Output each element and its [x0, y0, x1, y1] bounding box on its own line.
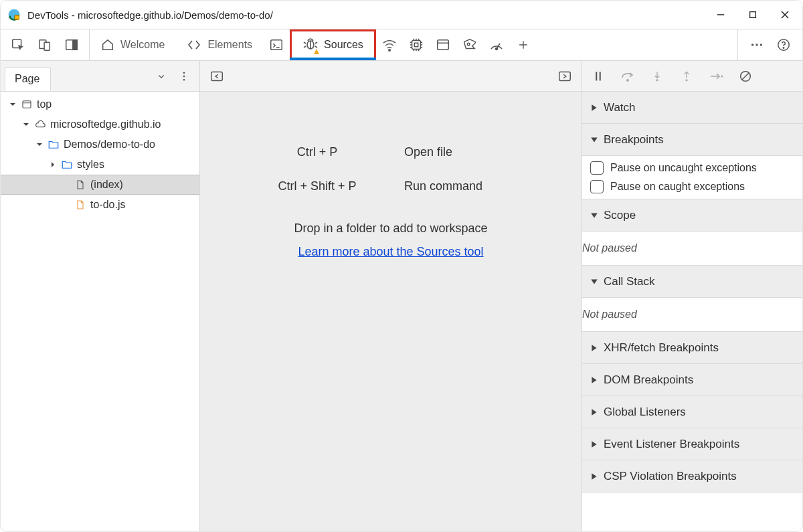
svg-point-48	[183, 78, 185, 80]
section-global[interactable]: Global Listeners	[582, 396, 802, 428]
navigator-more-icon[interactable]	[173, 60, 195, 92]
svg-rect-8	[44, 42, 50, 50]
step-over-button[interactable]	[614, 65, 641, 88]
section-event-listeners[interactable]: Event Listener Breakpoints	[582, 428, 802, 460]
step-out-button[interactable]	[673, 65, 700, 88]
tree-top[interactable]: top	[1, 94, 199, 114]
section-watch-label: Watch	[604, 101, 636, 114]
window-title: DevTools - microsoftedge.github.io/Demos…	[27, 9, 714, 21]
drop-workspace-text: Drop in a folder to add to workspace	[294, 221, 487, 236]
dock-side-icon[interactable]	[58, 29, 85, 61]
tab-console-icon[interactable]	[263, 29, 290, 61]
svg-line-15	[304, 46, 306, 48]
tab-security-icon[interactable]	[456, 29, 483, 61]
tab-application-icon[interactable]	[430, 29, 456, 61]
help-icon[interactable]	[770, 29, 797, 61]
svg-point-61	[721, 75, 723, 77]
hint-runcmd-key: Ctrl + Shift + P	[257, 179, 377, 193]
tab-network-icon[interactable]	[376, 29, 403, 61]
section-csp[interactable]: CSP Violation Breakpoints	[582, 460, 802, 493]
tree-path-label: Demos/demo-to-do	[64, 139, 155, 151]
hide-debugger-icon[interactable]	[555, 60, 575, 92]
tree-todo[interactable]: to-do.js	[1, 195, 199, 215]
inspect-element-icon[interactable]	[5, 29, 31, 61]
svg-rect-11	[271, 40, 282, 50]
section-watch[interactable]: Watch	[582, 92, 802, 124]
navigator-chevron-icon[interactable]	[150, 60, 173, 92]
tree-index[interactable]: (index)	[1, 175, 199, 195]
frame-icon	[21, 98, 33, 110]
deactivate-breakpoints-button[interactable]	[732, 65, 759, 88]
section-global-label: Global Listeners	[604, 406, 686, 419]
svg-line-16	[315, 42, 317, 43]
tree-top-label: top	[37, 98, 52, 110]
file-tree: top microsoftedge.github.io Demos/demo-t…	[1, 92, 199, 531]
section-event-listeners-label: Event Listener Breakpoints	[604, 438, 739, 451]
pause-button[interactable]	[585, 65, 612, 88]
tree-styles[interactable]: styles	[1, 155, 199, 175]
svg-point-55	[626, 79, 629, 82]
svg-rect-10	[73, 40, 77, 50]
section-scope[interactable]: Scope	[582, 199, 802, 232]
svg-line-14	[304, 42, 306, 43]
svg-point-57	[656, 79, 658, 81]
device-emulation-icon[interactable]	[31, 29, 58, 61]
more-options-icon[interactable]	[743, 29, 770, 61]
hint-openfile-action: Open file	[404, 145, 525, 159]
section-xhr[interactable]: XHR/fetch Breakpoints	[582, 332, 802, 364]
navigator-page-tab[interactable]: Page	[5, 67, 51, 91]
step-button[interactable]	[703, 65, 729, 88]
step-into-button[interactable]	[644, 65, 671, 88]
hide-navigator-icon[interactable]	[207, 60, 227, 92]
section-dom-label: DOM Breakpoints	[604, 373, 693, 387]
svg-point-41	[751, 43, 753, 46]
svg-rect-52	[559, 72, 571, 80]
tab-elements[interactable]: Elements	[175, 29, 263, 60]
svg-line-17	[315, 46, 317, 48]
tab-performance-icon[interactable]	[483, 29, 510, 61]
section-scope-label: Scope	[604, 209, 636, 222]
section-breakpoints[interactable]: Breakpoints	[582, 124, 802, 156]
maximize-button[interactable]	[746, 8, 760, 21]
tree-path[interactable]: Demos/demo-to-do	[1, 135, 199, 155]
close-button[interactable]	[778, 8, 792, 21]
section-csp-label: CSP Violation Breakpoints	[604, 470, 737, 483]
svg-point-59	[685, 79, 687, 81]
minimize-button[interactable]	[714, 8, 727, 21]
svg-point-45	[783, 48, 784, 48]
pause-uncaught-checkbox[interactable]	[590, 161, 604, 175]
svg-point-46	[183, 72, 185, 74]
scope-not-paused: Not paused	[582, 242, 802, 254]
folder-icon	[48, 139, 60, 151]
hint-runcmd-action: Run command	[404, 179, 525, 193]
tab-elements-label: Elements	[207, 39, 252, 51]
svg-rect-1	[15, 15, 19, 20]
svg-rect-49	[23, 101, 31, 108]
tree-index-label: (index)	[90, 179, 123, 191]
edge-devtools-icon	[7, 8, 21, 21]
svg-point-38	[495, 48, 497, 50]
svg-rect-20	[412, 41, 420, 50]
tab-memory-icon[interactable]	[403, 29, 430, 61]
cloud-icon	[34, 118, 46, 130]
svg-point-36	[467, 43, 470, 46]
tab-sources[interactable]: Sources	[290, 29, 376, 60]
section-callstack-label: Call Stack	[604, 275, 655, 288]
learn-more-sources-link[interactable]: Learn more about the Sources tool	[298, 245, 483, 259]
tab-sources-label: Sources	[324, 39, 363, 51]
pause-caught-label: Pause on caught exceptions	[610, 181, 745, 193]
document-icon	[74, 179, 86, 191]
svg-line-63	[742, 72, 749, 80]
section-callstack[interactable]: Call Stack	[582, 266, 802, 298]
section-breakpoints-label: Breakpoints	[604, 133, 664, 147]
tree-styles-label: styles	[77, 159, 104, 171]
svg-rect-34	[438, 40, 449, 50]
svg-point-19	[389, 50, 390, 51]
more-tabs-button[interactable]	[510, 29, 537, 61]
tree-todo-label: to-do.js	[90, 199, 125, 211]
svg-point-42	[755, 43, 757, 46]
pause-caught-checkbox[interactable]	[590, 180, 604, 193]
section-dom[interactable]: DOM Breakpoints	[582, 364, 802, 396]
tab-welcome[interactable]: Welcome	[90, 29, 175, 60]
tree-domain[interactable]: microsoftedge.github.io	[1, 114, 199, 135]
